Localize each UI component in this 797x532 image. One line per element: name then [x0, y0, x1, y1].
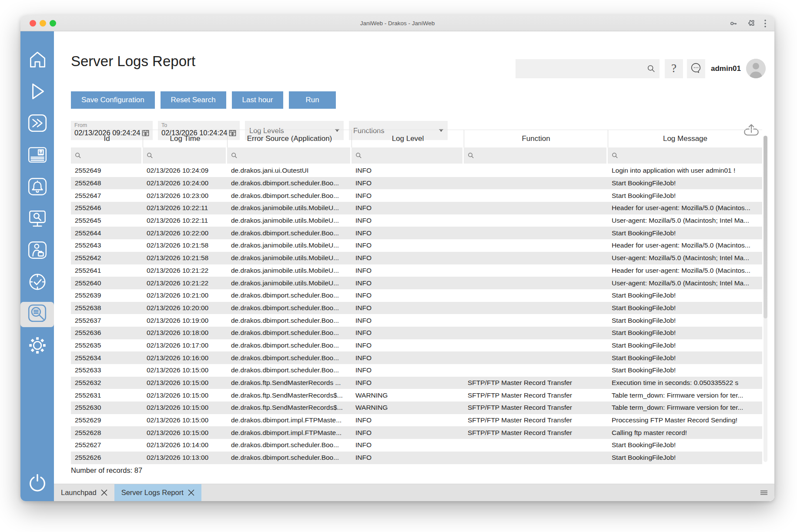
- table-row[interactable]: 255263402/13/2026 10:16:00de.drakos.dbim…: [71, 351, 762, 364]
- search-icon: [467, 152, 475, 159]
- table-row[interactable]: 255262702/13/2026 10:14:00de.drakos.dbim…: [71, 439, 762, 452]
- table-row[interactable]: 255264702/13/2026 10:23:00de.drakos.dbim…: [71, 189, 762, 202]
- scrollbar-thumb[interactable]: [764, 136, 767, 318]
- column-header-log-time[interactable]: Log Time: [143, 130, 227, 147]
- table-cell: INFO: [352, 277, 464, 289]
- column-filter-2[interactable]: [227, 147, 352, 164]
- avatar[interactable]: [746, 59, 766, 78]
- table-cell: INFO: [352, 426, 464, 439]
- help-button[interactable]: ?: [665, 59, 683, 78]
- sidebar-item-home[interactable]: [20, 48, 54, 73]
- close-window-button[interactable]: [30, 20, 36, 27]
- global-search-input[interactable]: [516, 59, 660, 78]
- reset-search-button[interactable]: Reset Search: [161, 91, 226, 109]
- table-cell: INFO: [352, 302, 464, 315]
- column-header-id[interactable]: Id: [71, 130, 143, 147]
- column-header-error-source[interactable]: Error Source (Application): [227, 130, 352, 147]
- table-cell: 02/13/2026 10:15:00: [143, 364, 227, 377]
- column-filter-1[interactable]: [143, 147, 227, 164]
- sidebar-item-settings[interactable]: [20, 334, 54, 359]
- table-cell: Header for user-agent: Mozilla/5.0 (Maci…: [608, 264, 762, 277]
- search-icon: [74, 152, 82, 159]
- table-row[interactable]: 255263602/13/2026 10:18:00de.drakos.dbim…: [71, 327, 762, 339]
- table-cell: 02/13/2026 10:24:00: [143, 177, 227, 190]
- table-cell: 2552631: [71, 389, 143, 402]
- sidebar: [20, 31, 54, 501]
- sidebar-item-log-search[interactable]: [20, 302, 54, 327]
- table-row[interactable]: 255264502/13/2026 10:22:11de.drakos.jani…: [71, 214, 762, 227]
- last-hour-button[interactable]: Last hour: [232, 91, 284, 109]
- tab-launchpad[interactable]: Launchpad: [54, 484, 114, 501]
- username-label[interactable]: admin01: [711, 64, 741, 73]
- power-icon: [25, 471, 50, 497]
- table-row[interactable]: 255264602/13/2026 10:22:11de.drakos.jani…: [71, 202, 762, 214]
- column-header-function[interactable]: Function: [464, 130, 608, 147]
- table-cell: Table term_down: Firmware version for te…: [608, 402, 762, 414]
- table-row[interactable]: 255264002/13/2026 10:21:22de.drakos.jani…: [71, 277, 762, 289]
- table-scrollbar[interactable]: [764, 136, 767, 462]
- table-cell: [464, 277, 608, 289]
- close-tab-icon[interactable]: [101, 489, 107, 496]
- tab-server-logs-report[interactable]: Server Logs Report: [114, 484, 201, 501]
- table-cell: de.drakos.dbimport.scheduler.Boo...: [227, 452, 352, 464]
- table-row[interactable]: 255264102/13/2026 10:21:22de.drakos.jani…: [71, 264, 762, 277]
- table-cell: Header for user-agent: Mozilla/5.0 (Maci…: [608, 202, 762, 214]
- table-row[interactable]: 255263302/13/2026 10:15:00de.drakos.dbim…: [71, 364, 762, 377]
- table-row[interactable]: 255264902/13/2026 10:24:09de.drakos.jani…: [71, 164, 762, 177]
- table-row[interactable]: 255264202/13/2026 10:21:58de.drakos.jani…: [71, 252, 762, 264]
- table-row[interactable]: 255264802/13/2026 10:24:00de.drakos.dbim…: [71, 177, 762, 190]
- table-row[interactable]: 255263802/13/2026 10:20:00de.drakos.dbim…: [71, 302, 762, 315]
- column-filter-3[interactable]: [352, 147, 464, 164]
- zoom-window-button[interactable]: [50, 20, 56, 27]
- table-body: 255264902/13/2026 10:24:09de.drakos.jani…: [71, 164, 762, 464]
- sidebar-item-notifications[interactable]: [20, 175, 54, 200]
- table-cell: Start BookingFileJob!: [608, 452, 762, 464]
- window-title: JaniWeb - Drakos - JaniWeb: [20, 20, 774, 27]
- clock-check-icon: [27, 271, 48, 294]
- sidebar-item-screen-search[interactable]: [20, 207, 54, 232]
- table-cell: de.drakos.dbimport.scheduler.Boo...: [227, 439, 352, 452]
- search-icon: [231, 152, 238, 159]
- close-tab-icon[interactable]: [188, 489, 194, 496]
- sidebar-item-launch[interactable]: [20, 80, 54, 105]
- sidebar-item-contact-card[interactable]: [20, 143, 54, 168]
- table-row[interactable]: 255262902/13/2026 10:15:00de.drakos.dbim…: [71, 414, 762, 427]
- minimize-window-button[interactable]: [40, 20, 46, 27]
- sidebar-item-logout[interactable]: [20, 470, 54, 498]
- key-icon[interactable]: [729, 19, 738, 28]
- sidebar-item-fast-forward[interactable]: [20, 111, 54, 137]
- table-row[interactable]: 255263002/13/2026 10:15:00de.drakos.ftp.…: [71, 402, 762, 414]
- table-cell: INFO: [352, 227, 464, 239]
- resize-grip-icon[interactable]: [760, 489, 768, 497]
- table-row[interactable]: 255263502/13/2026 10:17:00de.drakos.dbim…: [71, 339, 762, 352]
- table-row[interactable]: 255262802/13/2026 10:15:00de.drakos.dbim…: [71, 426, 762, 439]
- table-cell: 2552640: [71, 277, 143, 289]
- column-header-log-message[interactable]: Log Message: [608, 130, 762, 147]
- table-row[interactable]: 255263102/13/2026 10:15:00de.drakos.ftp.…: [71, 389, 762, 402]
- table-row[interactable]: 255263702/13/2026 10:19:00de.drakos.dbim…: [71, 314, 762, 327]
- table-cell: de.drakos.jani.ui.OutestUI: [227, 164, 352, 177]
- column-filter-0[interactable]: [71, 147, 143, 164]
- puzzle-extension-icon[interactable]: [747, 19, 755, 28]
- table-row[interactable]: 255263902/13/2026 10:21:00de.drakos.dbim…: [71, 289, 762, 302]
- table-cell: 02/13/2026 10:15:00: [143, 377, 227, 389]
- column-filter-5[interactable]: [608, 147, 762, 164]
- save-configuration-button[interactable]: Save Configuration: [71, 91, 155, 109]
- table-cell: 2552641: [71, 264, 143, 277]
- log-table: Id Log Time Error Source (Application) L…: [71, 130, 762, 464]
- column-header-log-level[interactable]: Log Level: [352, 130, 464, 147]
- table-row[interactable]: 255263202/13/2026 10:15:00de.drakos.ftp.…: [71, 377, 762, 389]
- column-filter-4[interactable]: [464, 147, 608, 164]
- sidebar-item-time-check[interactable]: [20, 270, 54, 295]
- table-row[interactable]: 255264402/13/2026 10:22:00de.drakos.dbim…: [71, 227, 762, 239]
- table-cell: de.drakos.janimobile.utils.MobileU...: [227, 277, 352, 289]
- table-cell: 2552632: [71, 377, 143, 389]
- sidebar-item-worker[interactable]: [20, 238, 54, 264]
- feedback-button[interactable]: [687, 59, 705, 78]
- run-button[interactable]: Run: [289, 91, 335, 109]
- kebab-menu-icon[interactable]: [764, 19, 767, 28]
- table-row[interactable]: 255262602/13/2026 10:13:00de.drakos.dbim…: [71, 452, 762, 464]
- table-cell: de.drakos.dbimport.scheduler.Boo...: [227, 177, 352, 190]
- table-row[interactable]: 255264302/13/2026 10:21:58de.drakos.jani…: [71, 239, 762, 252]
- help-icon: ?: [671, 62, 676, 75]
